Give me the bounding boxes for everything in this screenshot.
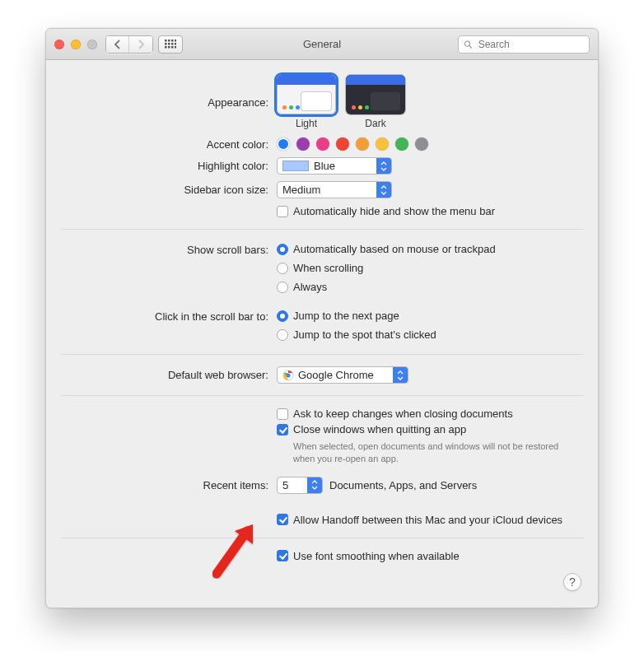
scroll-always-label: Always (293, 281, 327, 293)
svg-line-13 (469, 45, 472, 48)
recent-items-popup[interactable]: 5 (277, 477, 323, 494)
handoff-label: Allow Handoff between this Mac and your … (293, 514, 562, 526)
svg-rect-8 (165, 46, 167, 49)
svg-rect-2 (171, 40, 174, 42)
divider (61, 354, 583, 355)
svg-rect-9 (168, 46, 170, 49)
appearance-dark-caption: Dark (365, 118, 385, 129)
appearance-light-thumb (277, 75, 336, 114)
auto-hide-menubar-checkbox[interactable] (277, 206, 288, 217)
close-windows-checkbox[interactable] (277, 424, 288, 435)
default-browser-label: Default web browser: (61, 366, 277, 381)
svg-rect-10 (171, 46, 174, 49)
divider (61, 395, 583, 396)
highlight-swatch (282, 161, 309, 171)
svg-rect-4 (165, 43, 167, 45)
click-next-row[interactable]: Jump to the next page (277, 310, 583, 322)
svg-rect-6 (171, 43, 174, 45)
minimize-button[interactable] (71, 40, 81, 49)
click-scroll-label: Click in the scroll bar to: (61, 308, 277, 323)
click-next-label: Jump to the next page (293, 310, 399, 322)
handoff-checkbox[interactable] (277, 514, 288, 525)
show-all-button[interactable] (158, 35, 183, 54)
chrome-icon (282, 370, 294, 381)
appearance-light-caption: Light (296, 118, 317, 129)
divider (61, 229, 583, 230)
click-next-radio[interactable] (277, 310, 288, 322)
auto-hide-menubar-row[interactable]: Automatically hide and show the menu bar (277, 205, 583, 217)
show-scroll-bars-label: Show scroll bars: (61, 241, 277, 256)
sidebar-icon-size-value: Medium (282, 184, 320, 196)
accent-color-row (277, 136, 583, 151)
scroll-always-radio[interactable] (277, 282, 288, 293)
appearance-light-tile[interactable]: Light (277, 75, 336, 129)
default-browser-value: Google Chrome (298, 369, 374, 381)
handoff-row[interactable]: Allow Handoff between this Mac and your … (277, 514, 583, 526)
highlight-label: Highlight color: (61, 157, 277, 172)
forward-button[interactable] (129, 36, 152, 53)
accent-color-2[interactable] (316, 137, 329, 151)
titlebar: General (46, 29, 598, 60)
sidebar-icon-size-popup[interactable]: Medium (277, 181, 392, 198)
close-windows-hint: When selected, open documents and window… (293, 440, 573, 465)
close-button[interactable] (54, 40, 64, 49)
accent-color-5[interactable] (376, 137, 389, 151)
search-input[interactable] (477, 38, 584, 51)
search-icon (464, 40, 473, 49)
svg-rect-11 (175, 46, 176, 49)
accent-color-7[interactable] (415, 137, 428, 151)
close-windows-label: Close windows when quitting an app (293, 423, 466, 435)
font-smoothing-row[interactable]: Use font smoothing when available (277, 550, 583, 562)
recent-items-value: 5 (282, 479, 288, 491)
recent-items-label: Recent items: (61, 477, 277, 491)
appearance-label: Appearance: (61, 75, 277, 109)
scroll-auto-radio[interactable] (277, 244, 288, 255)
preferences-window: General Appearance: Light Dark (45, 28, 599, 608)
scroll-when-row[interactable]: When scrolling (277, 262, 583, 274)
appearance-dark-tile[interactable]: Dark (346, 75, 405, 129)
font-smoothing-label: Use font smoothing when available (293, 550, 460, 562)
default-browser-popup[interactable]: Google Chrome (277, 366, 408, 384)
svg-rect-1 (168, 40, 170, 42)
scroll-always-row[interactable]: Always (277, 281, 583, 293)
click-spot-radio[interactable] (277, 329, 288, 341)
stepper-icon (376, 158, 391, 174)
svg-rect-7 (175, 43, 176, 45)
stepper-icon (307, 477, 322, 493)
help-label: ? (569, 575, 576, 589)
sidebar-icon-size-label: Sidebar icon size: (61, 181, 277, 196)
scroll-auto-label: Automatically based on mouse or trackpad (293, 243, 496, 255)
ask-keep-changes-checkbox[interactable] (277, 408, 288, 420)
close-windows-row[interactable]: Close windows when quitting an app (277, 423, 583, 435)
accent-color-6[interactable] (395, 137, 408, 151)
svg-rect-0 (165, 40, 167, 42)
click-spot-row[interactable]: Jump to the spot that's clicked (277, 328, 583, 341)
appearance-dark-thumb (346, 75, 405, 114)
recent-items-suffix: Documents, Apps, and Servers (329, 479, 477, 491)
scroll-when-label: When scrolling (293, 262, 363, 274)
svg-rect-3 (175, 40, 176, 42)
maximize-button[interactable] (87, 40, 97, 49)
accent-color-4[interactable] (356, 137, 369, 151)
svg-point-12 (464, 40, 469, 45)
highlight-popup[interactable]: Blue (277, 157, 392, 175)
stepper-icon (393, 367, 408, 383)
ask-keep-changes-row[interactable]: Ask to keep changes when closing documen… (277, 408, 583, 420)
ask-keep-changes-label: Ask to keep changes when closing documen… (293, 408, 513, 420)
font-smoothing-checkbox[interactable] (277, 550, 288, 561)
nav-back-forward (105, 35, 153, 54)
help-button[interactable]: ? (563, 573, 581, 591)
svg-rect-5 (168, 43, 170, 45)
accent-color-3[interactable] (336, 137, 349, 151)
search-field[interactable] (458, 35, 590, 54)
scroll-when-radio[interactable] (277, 263, 288, 274)
accent-color-1[interactable] (296, 137, 310, 151)
stepper-icon (376, 182, 391, 198)
content: Appearance: Light Dark Accent color: (46, 60, 598, 580)
back-button[interactable] (106, 36, 129, 53)
highlight-value: Blue (314, 160, 335, 172)
accent-label: Accent color: (61, 136, 277, 151)
divider (61, 538, 583, 538)
scroll-auto-row[interactable]: Automatically based on mouse or trackpad (277, 243, 583, 255)
accent-color-0[interactable] (277, 137, 290, 151)
